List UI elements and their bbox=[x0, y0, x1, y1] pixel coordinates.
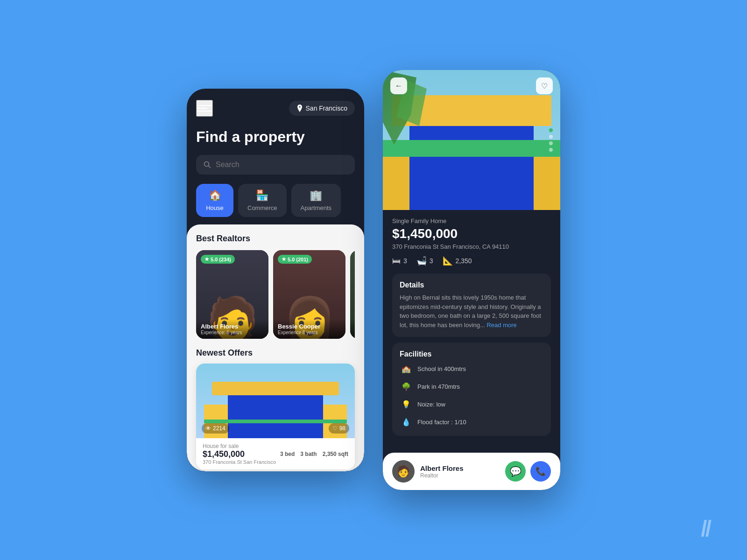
heart-icon-small: ♡ bbox=[332, 425, 338, 432]
rating-badge-bessie: ★ 5.0 (201) bbox=[278, 255, 312, 264]
flood-icon: 💧 bbox=[400, 415, 413, 428]
agent-role: Realtor bbox=[420, 472, 500, 479]
svg-line-1 bbox=[209, 166, 211, 168]
phone-icon: 📞 bbox=[536, 466, 546, 476]
rating-value: 5.0 bbox=[288, 257, 295, 262]
tab-commerce-label: Commerce bbox=[247, 204, 277, 211]
tab-house-label: House bbox=[206, 204, 224, 211]
property-type-right: Single Family Home bbox=[392, 217, 551, 224]
realtor-exp-albert: Experience: 6 years bbox=[201, 330, 264, 335]
apartments-icon: 🏢 bbox=[310, 189, 322, 202]
realtor-info-3: Broo... Exper... bbox=[350, 319, 355, 339]
bath-icon: 🛁 bbox=[416, 256, 427, 266]
hero-building-scene bbox=[383, 70, 560, 210]
heart-icon: ♡ bbox=[541, 82, 548, 91]
commerce-icon: 🏪 bbox=[256, 189, 268, 202]
facility-flood: 💧 Flood factor : 1/10 bbox=[400, 415, 543, 428]
realtors-list: ★ 5.0 (234) Albert Flores Experience: 6 … bbox=[196, 250, 355, 339]
facilities-card: Facilities 🏫 School in 400mtrs 🌳 Park in… bbox=[392, 343, 551, 436]
sqft-count: 2,350 bbox=[456, 257, 472, 265]
contact-buttons: 💬 📞 bbox=[505, 461, 551, 482]
chat-button[interactable]: 💬 bbox=[505, 461, 526, 482]
property-beds: 3 bed 3 bath 2,350 sqft bbox=[280, 451, 348, 457]
view-count: 👁 2214 bbox=[202, 423, 229, 434]
facility-park-label: Park in 470mtrs bbox=[417, 383, 460, 390]
baths-label: 3 bath bbox=[300, 451, 317, 457]
best-realtors-title: Best Realtors bbox=[196, 234, 355, 244]
property-price-right: $1,450,000 bbox=[392, 226, 551, 241]
realtor-exp-bessie: Experience 8 years bbox=[278, 330, 341, 335]
facility-park: 🌳 Park in 470mtrs bbox=[400, 380, 543, 393]
newest-offers-title: Newest Offers bbox=[196, 348, 355, 358]
favorite-button[interactable]: ♡ bbox=[536, 77, 553, 94]
tab-apartments-label: Apartments bbox=[301, 204, 331, 211]
realtor-info-albert: Albert Flores Experience: 6 years bbox=[196, 319, 268, 339]
agent-info: Albert Flores Realtor bbox=[420, 464, 500, 479]
facilities-list: 🏫 School in 400mtrs 🌳 Park in 470mtrs 💡 … bbox=[400, 362, 543, 428]
left-bottom-section: Best Realtors ★ 5.0 (234) Albert Flores … bbox=[187, 224, 364, 471]
realtor-name-bessie: Bessie Cooper bbox=[278, 323, 341, 330]
dot-3[interactable] bbox=[549, 141, 553, 145]
property-price-row: House for sale $1,450,000 370 Franconia … bbox=[203, 443, 348, 465]
facility-school: 🏫 School in 400mtrs bbox=[400, 362, 543, 375]
page-title: Find a property bbox=[196, 128, 355, 146]
dot-2[interactable] bbox=[549, 135, 553, 139]
beds-count: 3 bbox=[403, 257, 407, 265]
property-address: 370 Franconia St San Francisco bbox=[203, 459, 276, 465]
property-price: $1,450,000 bbox=[203, 449, 276, 459]
tab-commerce[interactable]: 🏪 Commerce bbox=[238, 184, 287, 217]
property-stats: 🛏 3 🛁 3 📐 2,350 bbox=[392, 256, 551, 266]
contact-bar: 🧑 Albert Flores Realtor 💬 📞 bbox=[383, 453, 560, 490]
property-address-right: 370 Franconia St San Francisco, CA 94110 bbox=[392, 243, 551, 250]
menu-button[interactable] bbox=[196, 100, 213, 117]
star-icon: ★ bbox=[204, 256, 209, 262]
watermark: // bbox=[701, 516, 710, 541]
agent-avatar-icon: 🧑 bbox=[396, 465, 410, 478]
building-roof bbox=[212, 382, 339, 395]
rating-count: (201) bbox=[296, 257, 308, 262]
facility-noise-label: Noize: low bbox=[417, 401, 445, 408]
school-icon: 🏫 bbox=[400, 362, 413, 375]
property-card[interactable]: 👁 2214 ♡ 98 House for sale bbox=[196, 364, 355, 469]
search-bar[interactable] bbox=[196, 155, 355, 175]
eye-icon: 👁 bbox=[205, 425, 211, 432]
dot-1[interactable] bbox=[549, 128, 553, 132]
property-details: House for sale $1,450,000 370 Franconia … bbox=[196, 438, 355, 469]
call-button[interactable]: 📞 bbox=[530, 461, 551, 482]
location-pin-icon bbox=[296, 105, 303, 112]
realtor-card-bessie[interactable]: ★ 5.0 (201) Bessie Cooper Experience 8 y… bbox=[273, 250, 345, 339]
location-button[interactable]: San Francisco bbox=[289, 101, 355, 116]
back-button[interactable]: ← bbox=[390, 77, 407, 94]
details-title: Details bbox=[400, 281, 543, 289]
back-icon: ← bbox=[395, 82, 402, 90]
sqft-icon: 📐 bbox=[443, 256, 453, 266]
tab-apartments[interactable]: 🏢 Apartments bbox=[291, 184, 341, 217]
property-hero: ← ♡ bbox=[383, 70, 560, 210]
category-tabs: 🏠 House 🏪 Commerce 🏢 Apartments bbox=[196, 184, 355, 217]
chat-icon: 💬 bbox=[510, 466, 521, 477]
location-label: San Francisco bbox=[306, 105, 347, 112]
property-image: 👁 2214 ♡ 98 bbox=[196, 364, 355, 438]
read-more-link[interactable]: Read more bbox=[486, 322, 516, 329]
realtor-card-3[interactable]: ★ 4 Broo... Exper... bbox=[350, 250, 355, 339]
dot-4[interactable] bbox=[549, 148, 553, 152]
property-overlay: 👁 2214 ♡ 98 bbox=[202, 423, 349, 434]
details-card: Details High on Bernal sits this lovely … bbox=[392, 273, 551, 337]
bed-icon: 🛏 bbox=[392, 256, 401, 266]
realtor-card-albert[interactable]: ★ 5.0 (234) Albert Flores Experience: 6 … bbox=[196, 250, 268, 339]
stat-sqft: 📐 2,350 bbox=[443, 256, 472, 266]
image-dots-nav bbox=[549, 128, 553, 152]
right-content: Single Family Home $1,450,000 370 Franco… bbox=[383, 210, 560, 453]
search-icon bbox=[204, 161, 211, 168]
rating-value: 5.0 bbox=[211, 257, 218, 262]
tab-house[interactable]: 🏠 House bbox=[196, 184, 233, 217]
like-count: ♡ 98 bbox=[329, 423, 349, 434]
noise-icon: 💡 bbox=[400, 398, 413, 411]
search-input[interactable] bbox=[216, 161, 347, 169]
park-icon: 🌳 bbox=[400, 380, 413, 393]
facility-noise: 💡 Noize: low bbox=[400, 398, 543, 411]
beds-label: 3 bed bbox=[280, 451, 295, 457]
stat-baths: 🛁 3 bbox=[416, 256, 433, 266]
facility-flood-label: Flood factor : 1/10 bbox=[417, 419, 466, 426]
facility-school-label: School in 400mtrs bbox=[417, 365, 466, 372]
